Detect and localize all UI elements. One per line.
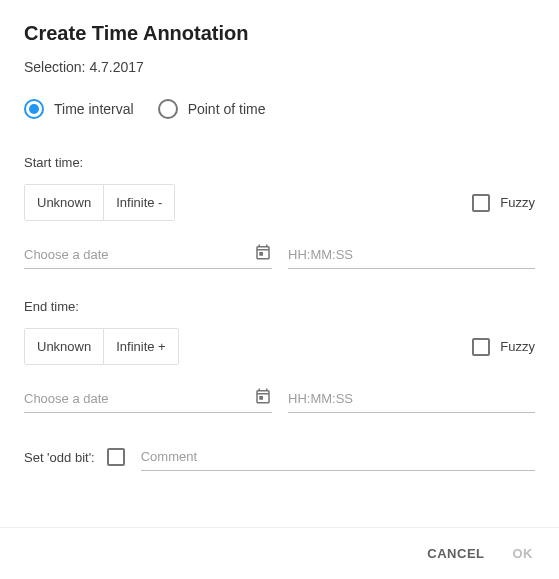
radio-label: Point of time: [188, 101, 266, 117]
radio-label: Time interval: [54, 101, 134, 117]
selection-line: Selection: 4.7.2017: [24, 59, 535, 75]
comment-input[interactable]: [141, 443, 535, 471]
start-infinite-minus-button[interactable]: Infinite -: [104, 185, 174, 220]
start-time-field: [288, 241, 535, 269]
ok-button[interactable]: OK: [503, 540, 544, 567]
end-date-field: [24, 385, 272, 413]
point-of-time-radio[interactable]: Point of time: [158, 99, 266, 119]
time-interval-radio[interactable]: Time interval: [24, 99, 134, 119]
radio-icon: [24, 99, 44, 119]
odd-bit-row: Set 'odd bit':: [24, 443, 535, 471]
comment-field: [141, 443, 535, 471]
end-fuzzy-checkbox[interactable]: Fuzzy: [472, 338, 535, 356]
checkbox-icon: [472, 194, 490, 212]
checkbox-label: Fuzzy: [500, 339, 535, 354]
end-date-input[interactable]: [24, 385, 272, 413]
cancel-button[interactable]: CANCEL: [417, 540, 494, 567]
end-infinite-plus-button[interactable]: Infinite +: [104, 329, 178, 364]
checkbox-label: Fuzzy: [500, 195, 535, 210]
calendar-icon[interactable]: [254, 387, 272, 405]
dialog-title: Create Time Annotation: [24, 22, 535, 45]
radio-icon: [158, 99, 178, 119]
checkbox-icon: [472, 338, 490, 356]
start-time-label: Start time:: [24, 155, 535, 170]
start-time-section: Start time: Unknown Infinite - Fuzzy: [24, 155, 535, 269]
start-time-input[interactable]: [288, 241, 535, 269]
end-time-input[interactable]: [288, 385, 535, 413]
create-time-annotation-dialog: Create Time Annotation Selection: 4.7.20…: [0, 0, 559, 471]
selection-label: Selection:: [24, 59, 85, 75]
end-time-field: [288, 385, 535, 413]
end-time-label: End time:: [24, 299, 535, 314]
start-date-field: [24, 241, 272, 269]
end-preset-buttons: Unknown Infinite +: [24, 328, 179, 365]
start-date-input[interactable]: [24, 241, 272, 269]
odd-bit-checkbox[interactable]: [107, 448, 125, 466]
annotation-type-radio-group: Time interval Point of time: [24, 99, 535, 119]
checkbox-icon: [107, 448, 125, 466]
start-preset-buttons: Unknown Infinite -: [24, 184, 175, 221]
end-time-section: End time: Unknown Infinite + Fuzzy: [24, 299, 535, 413]
start-fuzzy-checkbox[interactable]: Fuzzy: [472, 194, 535, 212]
odd-bit-control: Set 'odd bit':: [24, 448, 125, 466]
selection-value: 4.7.2017: [89, 59, 144, 75]
odd-bit-label-text: Set 'odd bit':: [24, 450, 95, 465]
calendar-icon[interactable]: [254, 243, 272, 261]
end-unknown-button[interactable]: Unknown: [25, 329, 104, 364]
start-unknown-button[interactable]: Unknown: [25, 185, 104, 220]
dialog-actions: CANCEL OK: [0, 527, 559, 579]
